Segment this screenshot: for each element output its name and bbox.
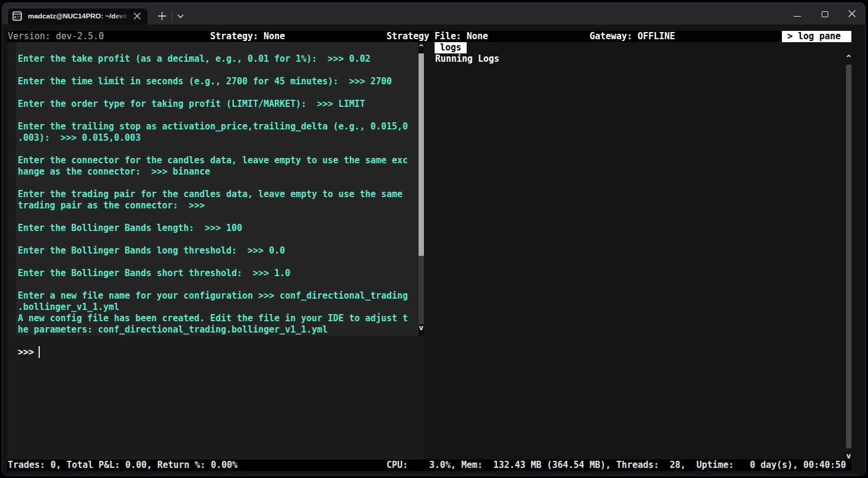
tabbar-separator [172, 11, 172, 21]
command-prompt-icon: c:\ [12, 11, 22, 21]
log-scroll-up-icon[interactable]: ^ [845, 54, 852, 62]
window-close-button[interactable] [838, 3, 866, 24]
maximize-icon [822, 11, 828, 18]
output-row: Enter the time limit in seconds (e.g., 2… [18, 76, 392, 87]
tab-close-icon[interactable] [132, 11, 142, 21]
svg-text:c:\: c:\ [14, 15, 22, 20]
log-pane [424, 42, 851, 460]
output-scrollbar-thumb[interactable] [419, 53, 424, 256]
new-tab-icon[interactable] [156, 10, 168, 22]
minimize-icon [794, 16, 801, 17]
tab-logs[interactable]: logs [435, 42, 467, 53]
output-row: Enter the take profit (as a decimal, e.g… [18, 53, 370, 65]
output-row: hange as the connector: >>> binance [18, 166, 210, 178]
output-row: Enter the trailing stop as activation_pr… [18, 121, 408, 132]
status-system-label: CPU: 3.0%, Mem: 132.43 MB (364.54 MB), T… [387, 460, 846, 471]
status-trades-label: Trades: 0, Total P&L: 0.00, Return %: 0.… [8, 460, 237, 471]
log-pane-title: Running Logs [435, 53, 499, 65]
output-row: Enter the Bollinger Bands long threshold… [18, 245, 285, 257]
output-text: Enter the take profit (as a decimal, e.g… [18, 42, 61, 358]
output-row: Enter the connector for the candles data… [18, 155, 408, 166]
tab-dropdown-chevron-icon[interactable] [175, 11, 186, 21]
log-pane-toggle-button[interactable]: > log pane [782, 31, 851, 42]
maximize-button[interactable] [811, 3, 838, 24]
output-row: .bollinger_v1_1.yml [18, 302, 119, 313]
terminal-tab[interactable]: c:\ madcatz@NUC14PRO: ~/deve [7, 8, 148, 24]
output-row: Enter the order type for taking profit (… [18, 99, 365, 110]
output-scrollbar-track [419, 256, 424, 324]
window-close-icon [848, 10, 856, 18]
output-row: Enter the Bollinger Bands short threshol… [18, 268, 290, 279]
output-row: A new config file has been created. Edit… [18, 313, 408, 324]
terminal-window: c:\ madcatz@NUC14PRO: ~/deve [2, 2, 866, 476]
terminal-content: Version: dev-2.5.0 Strategy: None Strate… [2, 24, 865, 475]
version-label: Version: dev-2.5.0 [8, 31, 104, 42]
command-input-prompt[interactable]: >>> [18, 347, 34, 358]
strategy-file-label: Strategy File: None [387, 31, 488, 42]
output-row: Enter the trading pair for the candles d… [18, 189, 408, 200]
log-scrollbar[interactable] [846, 65, 851, 448]
output-row: trading pair as the connector: >>> [18, 200, 205, 211]
output-row: he parameters: conf_directional_trading.… [18, 324, 328, 335]
output-row: .003): >>> 0.015,0.003 [18, 132, 141, 144]
screen: c:\ madcatz@NUC14PRO: ~/deve [0, 0, 868, 478]
title-bar: c:\ madcatz@NUC14PRO: ~/deve [2, 3, 865, 24]
output-row: Enter a new file name for your configura… [18, 290, 408, 302]
strategy-label: Strategy: None [210, 31, 285, 42]
output-row: Enter the Bollinger Bands length: >>> 10… [18, 223, 242, 234]
tab-title-fade [113, 9, 130, 23]
log-scroll-down-icon[interactable]: v [845, 452, 852, 460]
output-scrollbar[interactable] [419, 42, 424, 335]
gateway-status-label: Gateway: OFFLINE [590, 31, 675, 42]
minimize-button[interactable] [784, 3, 811, 24]
text-cursor [39, 346, 40, 358]
